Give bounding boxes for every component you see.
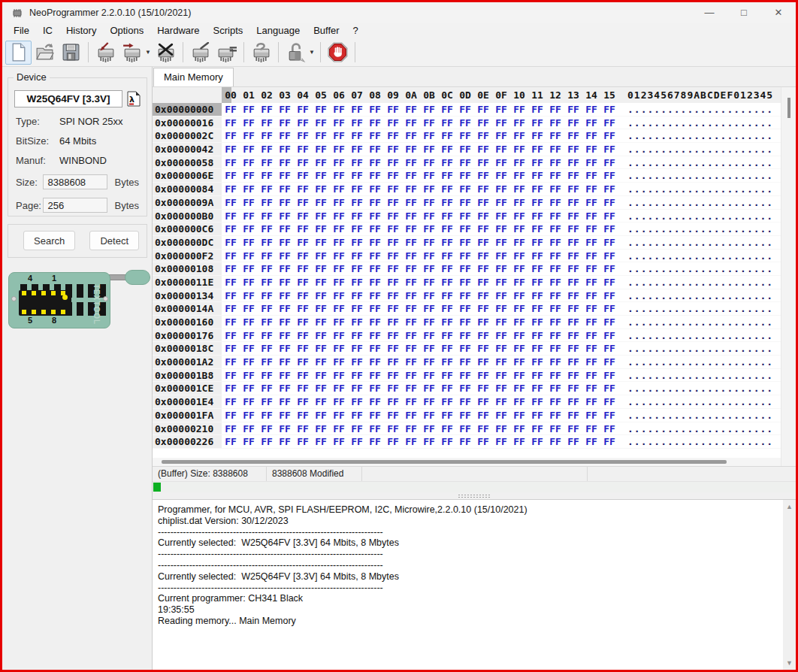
hex-byte-cell[interactable]: FF bbox=[330, 236, 348, 249]
hex-byte-cell[interactable]: FF bbox=[222, 250, 240, 262]
hex-byte-cell[interactable]: FF bbox=[330, 183, 348, 195]
hex-byte-cell[interactable]: FF bbox=[528, 395, 546, 408]
hex-byte-cell[interactable]: FF bbox=[510, 382, 528, 395]
hex-byte-cell[interactable]: FF bbox=[258, 422, 276, 435]
hex-byte-cell[interactable]: FF bbox=[528, 356, 546, 368]
hex-byte-cell[interactable]: FF bbox=[420, 196, 438, 209]
hex-byte-cell[interactable]: FF bbox=[600, 196, 618, 209]
hex-byte-cell[interactable]: FF bbox=[366, 262, 384, 275]
hex-byte-cell[interactable]: FF bbox=[348, 222, 366, 235]
hex-byte-cell[interactable]: FF bbox=[510, 129, 528, 142]
hex-byte-cell[interactable]: FF bbox=[474, 222, 492, 235]
vertical-scrollbar[interactable] bbox=[781, 87, 796, 466]
hex-byte-cell[interactable]: FF bbox=[384, 117, 402, 129]
hex-byte-cell[interactable]: FF bbox=[348, 356, 366, 368]
hex-byte-cell[interactable]: FF bbox=[492, 129, 510, 142]
hex-row-address[interactable]: 0x00000108 bbox=[153, 262, 222, 275]
hex-byte-cell[interactable]: FF bbox=[528, 289, 546, 302]
hex-byte-cell[interactable]: FF bbox=[366, 103, 384, 116]
hex-byte-cell[interactable]: FF bbox=[240, 329, 258, 342]
hex-byte-cell[interactable]: FF bbox=[582, 103, 600, 116]
hex-byte-cell[interactable]: FF bbox=[348, 395, 366, 408]
menu-ic[interactable]: IC bbox=[36, 24, 59, 37]
hex-byte-cell[interactable]: FF bbox=[420, 342, 438, 355]
hex-byte-cell[interactable]: FF bbox=[402, 316, 420, 328]
hex-byte-cell[interactable]: FF bbox=[510, 369, 528, 382]
hex-byte-cell[interactable]: FF bbox=[600, 435, 618, 448]
hex-byte-cell[interactable]: FF bbox=[438, 409, 456, 422]
hex-byte-cell[interactable]: FF bbox=[222, 395, 240, 408]
hex-byte-cell[interactable]: FF bbox=[330, 169, 348, 182]
hex-byte-cell[interactable]: FF bbox=[420, 276, 438, 289]
hex-byte-cell[interactable]: FF bbox=[420, 369, 438, 382]
hex-byte-cell[interactable]: FF bbox=[600, 276, 618, 289]
hex-byte-cell[interactable]: FF bbox=[366, 369, 384, 382]
hex-byte-cell[interactable]: FF bbox=[384, 435, 402, 448]
hex-byte-cell[interactable]: FF bbox=[366, 356, 384, 368]
hex-byte-cell[interactable]: FF bbox=[258, 156, 276, 169]
hex-byte-cell[interactable]: FF bbox=[330, 422, 348, 435]
hex-byte-cell[interactable]: FF bbox=[240, 222, 258, 235]
hex-byte-cell[interactable]: FF bbox=[510, 435, 528, 448]
hex-byte-cell[interactable]: FF bbox=[276, 382, 294, 395]
hex-byte-cell[interactable]: FF bbox=[384, 289, 402, 302]
write-dropdown-caret[interactable]: ▼ bbox=[145, 49, 153, 56]
hex-byte-cell[interactable]: FF bbox=[312, 143, 330, 156]
hex-byte-cell[interactable]: FF bbox=[312, 316, 330, 328]
log-panel[interactable]: Programmer, for MCU, AVR, SPI FLASH/EEPR… bbox=[153, 499, 796, 670]
hex-byte-cell[interactable]: FF bbox=[402, 435, 420, 448]
hex-byte-cell[interactable]: FF bbox=[240, 210, 258, 222]
hex-byte-cell[interactable]: FF bbox=[420, 435, 438, 448]
hex-byte-cell[interactable]: FF bbox=[258, 222, 276, 235]
hex-byte-cell[interactable]: FF bbox=[474, 129, 492, 142]
hex-byte-cell[interactable]: FF bbox=[312, 289, 330, 302]
hex-byte-cell[interactable]: FF bbox=[276, 329, 294, 342]
hex-byte-cell[interactable]: FF bbox=[330, 289, 348, 302]
hex-byte-cell[interactable]: FF bbox=[600, 409, 618, 422]
hex-byte-cell[interactable]: FF bbox=[528, 435, 546, 448]
hex-byte-cell[interactable]: FF bbox=[528, 103, 546, 116]
hex-byte-cell[interactable]: FF bbox=[600, 289, 618, 302]
hex-byte-cell[interactable]: FF bbox=[510, 250, 528, 262]
hex-byte-cell[interactable]: FF bbox=[330, 356, 348, 368]
hex-byte-cell[interactable]: FF bbox=[456, 156, 474, 169]
hex-byte-cell[interactable]: FF bbox=[330, 369, 348, 382]
vertical-scroll-thumb[interactable] bbox=[787, 98, 790, 118]
stop-button[interactable] bbox=[325, 41, 351, 65]
scroll-up-icon[interactable]: ▲ bbox=[786, 503, 793, 510]
hex-byte-cell[interactable]: FF bbox=[294, 382, 312, 395]
hex-byte-cell[interactable]: FF bbox=[456, 222, 474, 235]
hex-byte-cell[interactable]: FF bbox=[276, 210, 294, 222]
hex-byte-cell[interactable]: FF bbox=[600, 210, 618, 222]
hex-byte-cell[interactable]: FF bbox=[564, 356, 582, 368]
chip-id-button[interactable] bbox=[248, 41, 274, 65]
hex-byte-cell[interactable]: FF bbox=[348, 103, 366, 116]
hex-byte-cell[interactable]: FF bbox=[564, 382, 582, 395]
hex-byte-cell[interactable]: FF bbox=[240, 289, 258, 302]
hex-byte-cell[interactable]: FF bbox=[402, 117, 420, 129]
hex-byte-cell[interactable]: FF bbox=[348, 236, 366, 249]
hex-byte-cell[interactable]: FF bbox=[276, 369, 294, 382]
hex-byte-cell[interactable]: FF bbox=[222, 103, 240, 116]
hex-byte-cell[interactable]: FF bbox=[402, 183, 420, 195]
hex-byte-cell[interactable]: FF bbox=[330, 382, 348, 395]
hex-byte-cell[interactable]: FF bbox=[258, 183, 276, 195]
hex-byte-cell[interactable]: FF bbox=[366, 236, 384, 249]
hex-byte-cell[interactable]: FF bbox=[420, 183, 438, 195]
hex-byte-cell[interactable]: FF bbox=[384, 250, 402, 262]
hex-byte-cell[interactable]: FF bbox=[312, 369, 330, 382]
hex-byte-cell[interactable]: FF bbox=[582, 222, 600, 235]
hex-byte-cell[interactable]: FF bbox=[240, 369, 258, 382]
hex-byte-cell[interactable]: FF bbox=[312, 222, 330, 235]
hex-byte-cell[interactable]: FF bbox=[474, 143, 492, 156]
hex-byte-cell[interactable]: FF bbox=[276, 103, 294, 116]
hex-byte-cell[interactable]: FF bbox=[420, 262, 438, 275]
hex-byte-cell[interactable]: FF bbox=[438, 156, 456, 169]
hex-byte-cell[interactable]: FF bbox=[276, 183, 294, 195]
hex-byte-cell[interactable]: FF bbox=[456, 250, 474, 262]
hex-byte-cell[interactable]: FF bbox=[402, 329, 420, 342]
hex-byte-cell[interactable]: FF bbox=[294, 236, 312, 249]
hex-row-address[interactable]: 0x00000016 bbox=[153, 117, 222, 129]
hex-byte-cell[interactable]: FF bbox=[492, 276, 510, 289]
hex-byte-cell[interactable]: FF bbox=[510, 289, 528, 302]
